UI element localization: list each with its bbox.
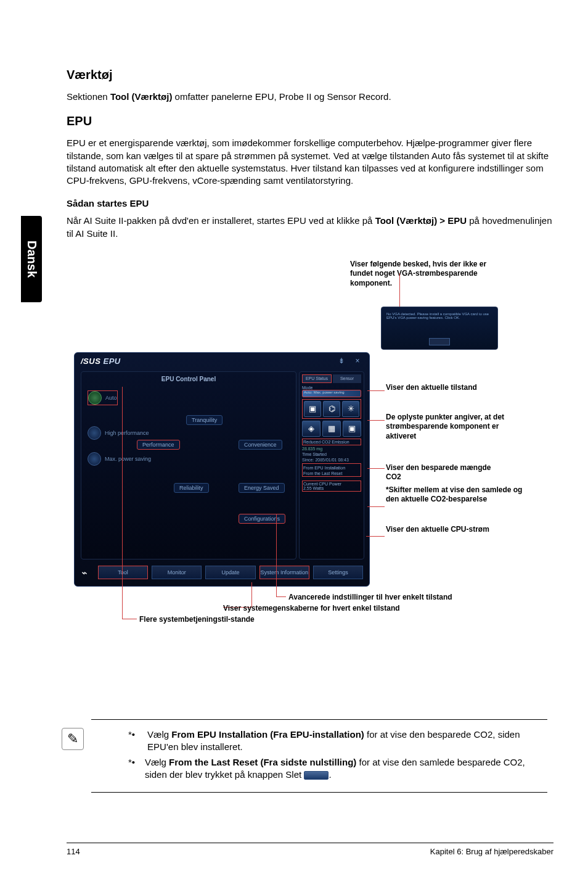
mode-label: Max. power saving (105, 456, 151, 462)
mode-high[interactable]: High performance (88, 426, 149, 440)
label-co2: Reduced CO2 Emission (302, 439, 361, 445)
btn-update[interactable]: Update (205, 566, 255, 579)
label-mode: Mode (302, 386, 361, 390)
mode-auto[interactable]: Auto (88, 390, 118, 405)
callout-co2-toggle: *Skifter mellem at vise den samlede og d… (386, 485, 528, 505)
leader-line (367, 390, 385, 391)
label-time: Time Started (302, 452, 361, 456)
leader-line (399, 273, 400, 307)
leader-line (366, 536, 385, 537)
callout-warning-label: Viser følgende besked, hvis der ikke er … (350, 260, 498, 289)
section-body-epu: EPU er et energisparende værktøj, som im… (67, 137, 553, 187)
chip-config[interactable]: Configurations (239, 514, 285, 524)
txt-bold: Tool (Værktøj) > EPU (375, 215, 467, 226)
cpu-power-value: 2.55 Watts (303, 486, 324, 490)
control-panel-header: EPU Control Panel (81, 376, 296, 382)
page-number: 114 (67, 847, 80, 856)
warning-dialog: No VGA detected. Please install a compat… (381, 307, 498, 350)
tab-status[interactable]: EPU Status (302, 374, 332, 383)
note-list: *• Vælg From EPU Installation (Fra EPU-i… (128, 728, 541, 781)
ok-button[interactable] (429, 338, 450, 345)
diagram: Viser følgende besked, hvis der ikke er … (67, 260, 553, 605)
leader-line (122, 387, 123, 619)
mode-max[interactable]: Max. power saving (88, 452, 151, 466)
high-icon (88, 426, 101, 440)
co2-options: From EPU Installation From the Last Rese… (302, 463, 361, 477)
tab-sensor[interactable]: Sensor (333, 374, 361, 383)
note-box: *• Vælg From EPU Installation (Fra EPU-i… (91, 719, 547, 793)
btn-tool[interactable]: Tool (98, 566, 148, 579)
window-controls: ⇟ × (336, 357, 363, 365)
auto-icon (88, 391, 102, 405)
subsection-body-start: Når AI Suite II-pakken på dvd'en er inst… (67, 215, 553, 240)
opt-from-reset[interactable]: From the Last Reset (303, 471, 360, 476)
fan-icon: ✳ (342, 401, 359, 417)
chapter-label: Kapitel 6: Brug af hjælperedskaber (430, 847, 553, 856)
txt: Sektionen (67, 91, 110, 102)
btn-settings[interactable]: Settings (313, 566, 363, 579)
note-item: *• Vælg From EPU Installation (Fra EPU-i… (128, 728, 541, 754)
brand-logo: /SUS (81, 357, 100, 366)
txt-bold: From the Last Reset (Fra sidste nulstill… (169, 757, 356, 767)
page-content: Værktøj Sektionen Tool (Værktøj) omfatte… (67, 68, 553, 596)
leader-line (276, 596, 286, 597)
txt: Current CPU Power (303, 482, 341, 486)
chip-convenience[interactable]: Convenience (239, 440, 282, 450)
chip-performance[interactable]: Performance (137, 440, 180, 450)
warning-text: No VGA detected. Please install a compat… (386, 312, 492, 320)
txt: omfatter panelerne EPU, Probe II og Sens… (172, 91, 391, 102)
control-panel: EPU Control Panel Auto High performance … (81, 371, 296, 559)
leader-line (367, 468, 385, 469)
txt: Vælg (145, 757, 169, 767)
mode-label: Auto (105, 395, 117, 401)
chip-reliability[interactable]: Reliability (174, 483, 209, 493)
max-icon (88, 452, 101, 466)
leader-line (251, 582, 252, 607)
cpu-icon: ▣ (304, 401, 321, 417)
txt: Vælg (147, 729, 171, 740)
pin-icon[interactable]: ⇟ (336, 357, 347, 365)
chip-tranquility[interactable]: Tranquility (186, 415, 223, 425)
callout-mode: Viser den aktuelle tilstand (386, 383, 497, 393)
subsection-title-start: Sådan startes EPU (67, 198, 553, 208)
txt: . (329, 769, 331, 780)
app-name: EPU (103, 357, 120, 366)
bullet: *• (128, 756, 141, 782)
status-tabs: EPU Status Sensor (302, 374, 361, 383)
callout-sysinfo: Viser systemegenskaberne for hvert enkel… (223, 604, 470, 614)
close-icon[interactable]: × (352, 357, 363, 365)
component-icons-2: ◈ ▦ ▣ (302, 421, 361, 437)
memory-icon: ▦ (322, 421, 341, 437)
chip-energy[interactable]: Energy Saved (239, 483, 285, 493)
label-cpu-power: Current CPU Power 2.55 Watts (302, 481, 361, 492)
section-title-tool: Værktøj (67, 68, 553, 82)
note-text: Vælg From EPU Installation (Fra EPU-inst… (147, 728, 541, 754)
callout-advanced: Avancerede indstillinger til hver enkelt… (288, 593, 523, 603)
note-icon: ✎ (62, 728, 84, 750)
txt: Når AI Suite II-pakken på dvd'en er inst… (67, 215, 375, 226)
leader-line (367, 506, 385, 507)
section-title-epu: EPU (67, 114, 553, 128)
opt-from-install[interactable]: From EPU Installation (303, 466, 360, 470)
btn-sysinfo[interactable]: System Information (259, 566, 309, 579)
note-item: *• Vælg From the Last Reset (Fra sidste … (128, 756, 541, 782)
hdd-icon: ⌬ (323, 401, 340, 417)
callout-modes: Flere systembetjeningstil-stande (139, 615, 263, 625)
status-panel: EPU Status Sensor Mode Auto: Max. power … (299, 371, 364, 559)
callout-cpu: Viser den aktuelle CPU-strøm (386, 525, 497, 535)
section-body-tool: Sektionen Tool (Værktøj) omfatter panele… (67, 91, 553, 103)
component-icons: ▣ ⌬ ✳ (302, 399, 361, 419)
txt-bold: Tool (Værktøj) (110, 91, 173, 102)
mode-label: High performance (105, 430, 149, 436)
page-footer: 114 Kapitel 6: Brug af hjælperedskaber (67, 843, 553, 856)
note-text: Vælg From the Last Reset (Fra sidste nul… (145, 756, 541, 782)
time-value: Since: 2085/01/01 08:43 (302, 458, 361, 462)
btn-monitor[interactable]: Monitor (152, 566, 202, 579)
leader-line (367, 420, 385, 421)
leader-line (122, 619, 137, 619)
callout-co2: Viser den besparede mængde CO2 (386, 463, 503, 482)
callout-components: De oplyste punkter angiver, at det strøm… (386, 413, 528, 442)
mode-value: Auto: Max. power saving (302, 390, 361, 397)
bullet: *• (128, 728, 144, 754)
chipset-icon: ◈ (302, 421, 321, 437)
